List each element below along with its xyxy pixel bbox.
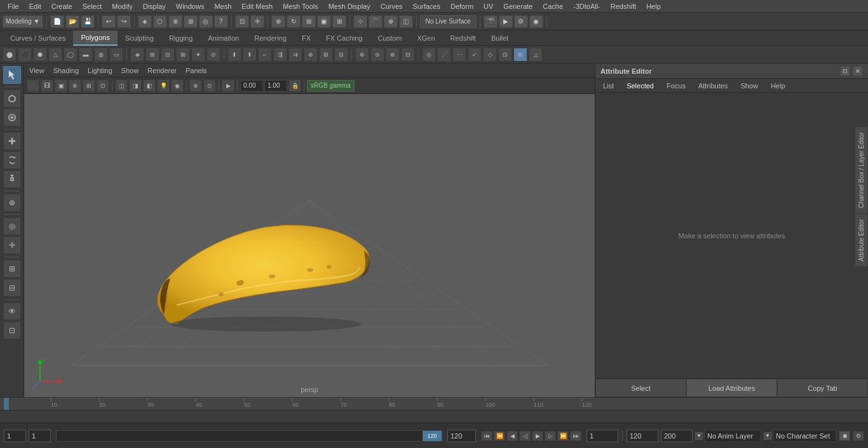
pivot-btn[interactable]: ✛ bbox=[250, 15, 264, 28]
lasso-tool[interactable] bbox=[3, 90, 21, 107]
offset-loop-btn[interactable]: ⊟ bbox=[334, 48, 348, 62]
prev-frame-btn[interactable]: ◀ bbox=[506, 431, 518, 441]
rotate-btn[interactable]: ↻ bbox=[287, 15, 301, 28]
attr-tab-selected[interactable]: Selected bbox=[621, 81, 659, 91]
attribute-editor-tab[interactable]: Attribute Editor bbox=[855, 214, 868, 267]
mode-dropdown[interactable]: Modeling ▼ bbox=[3, 15, 43, 28]
snap-to-together-btn[interactable]: ⊞ bbox=[3, 260, 21, 278]
menu-mesh[interactable]: Mesh bbox=[209, 1, 236, 11]
tab-redshift[interactable]: Redshift bbox=[443, 31, 484, 46]
attr-tab-list[interactable]: List bbox=[598, 81, 619, 91]
wedge-btn[interactable]: ⊘ bbox=[207, 48, 220, 62]
boolean-btn[interactable]: ⊗ bbox=[386, 48, 400, 62]
fill-hole-btn[interactable]: ⊠ bbox=[176, 48, 190, 62]
snap2-btn[interactable]: ⊟ bbox=[3, 279, 21, 297]
menu-generate[interactable]: Generate bbox=[498, 1, 538, 11]
step-fwd-btn[interactable]: ⏩ bbox=[557, 431, 569, 441]
tab-polygons[interactable]: Polygons bbox=[73, 31, 117, 46]
vp-shading-menu[interactable]: Shading bbox=[51, 65, 81, 76]
snap-curve-btn[interactable]: ⌒ bbox=[369, 15, 383, 28]
menu-create[interactable]: Create bbox=[46, 1, 78, 11]
plane-btn[interactable]: ▬ bbox=[79, 48, 93, 62]
pref-btn[interactable]: ⚙ bbox=[853, 431, 864, 441]
menu-uv[interactable]: UV bbox=[478, 1, 498, 11]
menu-surfaces[interactable]: Surfaces bbox=[408, 1, 445, 11]
attr-close-btn[interactable]: ✕ bbox=[853, 66, 863, 76]
menu-windows[interactable]: Windows bbox=[171, 1, 210, 11]
next-frame-btn[interactable]: ▷ bbox=[545, 431, 556, 441]
bridge-btn[interactable]: ⊟ bbox=[161, 48, 175, 62]
cylinder-btn[interactable]: ⬟ bbox=[33, 48, 47, 62]
menu-edit[interactable]: Edit bbox=[24, 1, 46, 11]
vp-light-btn[interactable]: 💡 bbox=[157, 79, 170, 92]
append-btn[interactable]: ⊞ bbox=[146, 48, 159, 62]
soft-select-btn[interactable]: ◎ bbox=[199, 15, 213, 28]
new-file-btn[interactable]: 📄 bbox=[50, 15, 64, 28]
cone-btn[interactable]: △ bbox=[48, 48, 62, 62]
attr-tab-attributes[interactable]: Attributes bbox=[693, 81, 733, 91]
paint-tool[interactable] bbox=[3, 109, 21, 126]
attr-select-btn[interactable]: Select bbox=[595, 379, 686, 397]
template-btn[interactable]: ⊡ bbox=[3, 322, 21, 339]
tab-rigging[interactable]: Rigging bbox=[161, 31, 200, 46]
timeline-ruler[interactable]: 1 10 20 30 40 50 60 70 80 90 1 bbox=[0, 398, 868, 411]
autokey-btn[interactable]: ⏺ bbox=[839, 431, 850, 441]
vp-texture-btn[interactable]: ◧ bbox=[143, 79, 156, 92]
tab-animation[interactable]: Animation bbox=[200, 31, 247, 46]
quadrangulate-btn[interactable]: ⊞ bbox=[513, 48, 527, 62]
collapse-btn[interactable]: ⇉ bbox=[288, 48, 302, 62]
menu-redshift[interactable]: Redshift bbox=[606, 1, 641, 11]
move-tool-left[interactable] bbox=[3, 132, 21, 150]
menu-select[interactable]: Select bbox=[78, 1, 107, 11]
live-surface-btn[interactable]: No Live Surface bbox=[420, 15, 477, 28]
insert-loop-btn[interactable]: ⊞ bbox=[319, 48, 333, 62]
lasso-select-btn[interactable]: ⬡ bbox=[153, 15, 167, 28]
bevel-btn[interactable]: ⌐ bbox=[258, 48, 272, 62]
tab-fx[interactable]: FX bbox=[294, 31, 318, 46]
move-btn[interactable]: ⊕ bbox=[271, 15, 285, 28]
menu-mesh-display[interactable]: Mesh Display bbox=[323, 1, 376, 11]
polygon-tool-btn[interactable]: ◈ bbox=[130, 48, 144, 62]
merge-btn[interactable]: ⇶ bbox=[273, 48, 287, 62]
vp-overlay-btn[interactable]: ⊕ bbox=[69, 79, 81, 92]
crease-btn[interactable]: ⋰ bbox=[437, 48, 451, 62]
current-frame-input[interactable]: 1 bbox=[29, 430, 51, 442]
render-btn[interactable]: 🎬 bbox=[484, 15, 498, 28]
uncrease-btn[interactable]: ⋯ bbox=[452, 48, 466, 62]
ipr-btn[interactable]: ◉ bbox=[529, 15, 543, 28]
reduce-btn[interactable]: ◇ bbox=[483, 48, 497, 62]
attr-load-btn[interactable]: Load Attributes bbox=[686, 379, 777, 397]
vp-resolution-btn[interactable]: ▣ bbox=[55, 79, 67, 92]
torus-btn[interactable]: ◯ bbox=[64, 48, 78, 62]
tab-bullet[interactable]: Bullet bbox=[484, 31, 517, 46]
multi-extrude-btn[interactable]: ⬆ bbox=[243, 48, 257, 62]
separate-btn[interactable]: ⊖ bbox=[370, 48, 384, 62]
attr-tab-focus[interactable]: Focus bbox=[661, 81, 691, 91]
vp-film-btn[interactable]: 🎞 bbox=[41, 79, 53, 92]
triangulate-btn[interactable]: △ bbox=[529, 48, 543, 62]
vp-xray-btn[interactable]: ⊗ bbox=[189, 79, 202, 92]
attr-tab-help[interactable]: Help bbox=[766, 81, 790, 91]
help-btn[interactable]: ? bbox=[214, 15, 228, 28]
transform2-btn[interactable]: ▣ bbox=[317, 15, 331, 28]
tab-custom[interactable]: Custom bbox=[370, 31, 410, 46]
split-btn[interactable]: ⊕ bbox=[304, 48, 318, 62]
tab-sculpting[interactable]: Sculpting bbox=[118, 31, 161, 46]
tab-fx-caching[interactable]: FX Caching bbox=[318, 31, 370, 46]
rotate-tool-left[interactable] bbox=[3, 151, 21, 169]
open-file-btn[interactable]: 📂 bbox=[65, 15, 79, 28]
vp-panels-menu[interactable]: Panels bbox=[183, 65, 210, 76]
remesh-btn[interactable]: ⊡ bbox=[498, 48, 512, 62]
vp-show-menu[interactable]: Show bbox=[119, 65, 142, 76]
gamma-exposure[interactable]: 1.00 bbox=[264, 80, 287, 92]
range-start-input[interactable]: 1 bbox=[4, 430, 26, 442]
hide-btn[interactable]: 👁 bbox=[3, 302, 21, 320]
vp-renderer-menu[interactable]: Renderer bbox=[145, 65, 179, 76]
menu-display[interactable]: Display bbox=[138, 1, 171, 11]
select-tool[interactable] bbox=[3, 66, 21, 84]
redo-btn[interactable]: ↪ bbox=[117, 15, 131, 28]
snap-btn[interactable]: ⊞ bbox=[184, 15, 198, 28]
render-seq-btn[interactable]: ▶ bbox=[499, 15, 513, 28]
viewport[interactable]: View Shading Lighting Show Renderer Pane… bbox=[24, 64, 595, 397]
tab-xgen[interactable]: XGen bbox=[409, 31, 442, 46]
